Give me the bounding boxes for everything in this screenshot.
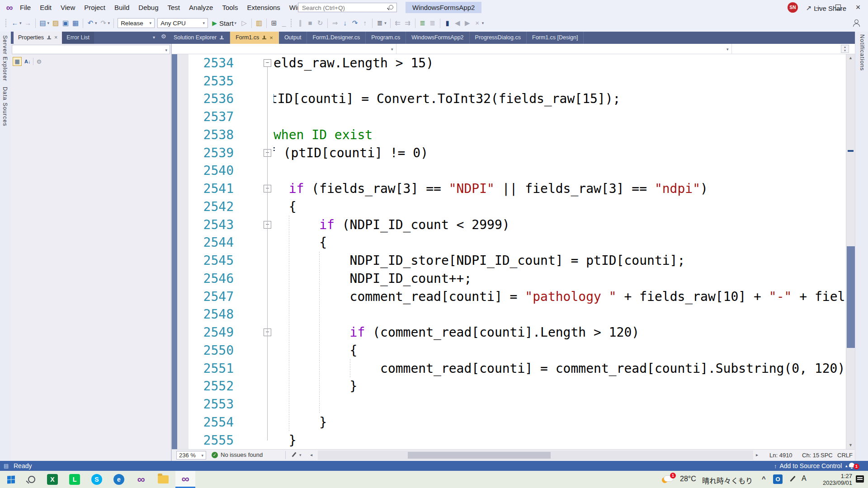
- step-over-button[interactable]: ↷: [350, 16, 360, 30]
- navigate-backward-button[interactable]: ←▾: [10, 16, 23, 30]
- taskbar-app-folder[interactable]: [153, 471, 173, 488]
- scroll-right-icon[interactable]: ▸: [756, 452, 758, 457]
- step-out-button[interactable]: ↑: [360, 16, 370, 30]
- menu-extensions[interactable]: Extensions: [242, 0, 284, 15]
- outlook-tray-icon[interactable]: O: [773, 474, 783, 484]
- scroll-left-icon[interactable]: ◂: [310, 452, 312, 457]
- stop-button[interactable]: ■: [305, 16, 315, 30]
- start-without-debugging-button[interactable]: ▷: [239, 16, 249, 30]
- redo-button[interactable]: ↷▾: [99, 16, 112, 30]
- tab-form1-cs[interactable]: Form1.cs×: [230, 32, 279, 44]
- gear-icon[interactable]: ⚙: [161, 33, 166, 40]
- taskbar-search-button[interactable]: [22, 471, 42, 488]
- side-tab-server-explorer[interactable]: Server Explorer: [2, 35, 8, 81]
- tab-progressdialog-cs[interactable]: ProgressDialog.cs: [470, 32, 527, 44]
- tab-windowsformsapp2[interactable]: WindowsFormsApp2: [406, 32, 469, 44]
- indent-button[interactable]: ⇉: [403, 16, 413, 30]
- navigation-bar[interactable]: ▾ ▾ ▴▾: [172, 44, 855, 54]
- menu-view[interactable]: View: [56, 0, 80, 15]
- side-tab-notifications[interactable]: Notifications: [859, 34, 865, 71]
- taskbar-clock[interactable]: 1:27 2023/09/01: [811, 473, 852, 486]
- uncomment-button[interactable]: ≣: [428, 16, 438, 30]
- scrollbar-thumb[interactable]: [408, 452, 551, 459]
- tab-form1-designer-cs[interactable]: Form1.Designer.cs: [307, 32, 366, 44]
- save-all-button[interactable]: ▦: [71, 16, 80, 30]
- menu-edit[interactable]: Edit: [35, 0, 56, 15]
- tab-form1-cs-design[interactable]: Form1.cs [Design]: [527, 32, 584, 44]
- tab-program-cs[interactable]: Program.cs: [366, 32, 406, 44]
- comment-out-button[interactable]: ≣: [418, 16, 428, 30]
- start-button[interactable]: [1, 471, 21, 488]
- taskbar-app-skype[interactable]: S: [87, 471, 107, 488]
- platform-select[interactable]: Any CPU▾: [157, 18, 208, 28]
- live-unit-testing-button[interactable]: ▥: [254, 16, 264, 30]
- weather-description[interactable]: 晴れ時々くもり: [702, 475, 753, 486]
- panel-tab-properties[interactable]: Properties×: [14, 32, 62, 44]
- code-editor[interactable]: 2534−elds_raw.Length > 15)25352536tID[co…: [172, 54, 846, 449]
- step-into-button[interactable]: ↓: [340, 16, 350, 30]
- side-tab-data-sources[interactable]: Data Sources: [2, 87, 8, 127]
- taskbar-app-visual-studio-active[interactable]: ∞: [175, 471, 195, 488]
- alphabetical-sort-button[interactable]: A↓: [24, 59, 30, 64]
- save-button[interactable]: ▣: [61, 16, 71, 30]
- unindent-button[interactable]: ⇇: [393, 16, 403, 30]
- next-bookmark-button[interactable]: ▶: [462, 16, 472, 30]
- pin-icon[interactable]: [262, 36, 267, 40]
- undo-button[interactable]: ↶▾: [85, 16, 99, 30]
- navigate-forward-button[interactable]: →: [23, 16, 33, 30]
- search-box[interactable]: [298, 3, 397, 12]
- categorized-view-button[interactable]: ▦: [13, 57, 22, 66]
- chevron-down-icon[interactable]: ▾: [299, 453, 302, 457]
- search-input[interactable]: [301, 4, 387, 12]
- health-indicator[interactable]: ✓ No issues found: [212, 451, 263, 458]
- code-cleanup-icon[interactable]: [291, 452, 297, 458]
- start-debugging-button[interactable]: ▶Start▾: [209, 19, 239, 27]
- menu-project[interactable]: Project: [80, 0, 110, 15]
- show-next-statement-button[interactable]: ⇒: [330, 16, 340, 30]
- close-icon[interactable]: ×: [269, 32, 273, 44]
- ime-mode-indicator[interactable]: A: [802, 474, 807, 483]
- show-hidden-icons-button[interactable]: ^: [762, 475, 766, 483]
- add-to-source-control-button[interactable]: ↑ Add to Source Control ▲: [774, 462, 848, 469]
- tab-output[interactable]: Output: [279, 32, 307, 44]
- splitter-handle[interactable]: ▴▾: [841, 45, 849, 53]
- taskbar-app-edge[interactable]: e: [109, 471, 129, 488]
- action-center-icon[interactable]: [856, 475, 864, 483]
- find-in-files-button[interactable]: ⊞: [269, 16, 279, 30]
- menu-file[interactable]: File: [15, 0, 35, 15]
- chevron-down-icon[interactable]: ▾: [726, 47, 729, 52]
- user-avatar[interactable]: SN: [788, 2, 798, 13]
- breakpoints-button[interactable]: ≣▾: [375, 16, 388, 30]
- close-button[interactable]: ×: [848, 0, 868, 15]
- taskbar-app-line[interactable]: L: [65, 471, 85, 488]
- pin-icon[interactable]: [47, 36, 52, 40]
- menu-test[interactable]: Test: [163, 0, 185, 15]
- menu-build[interactable]: Build: [110, 0, 134, 15]
- toggle-bookmark-button[interactable]: ▮: [443, 16, 453, 30]
- prev-bookmark-button[interactable]: ◀: [453, 16, 462, 30]
- panel-tab-error-list[interactable]: Error List: [62, 32, 94, 44]
- object-selector-combobox[interactable]: ▾: [12, 45, 170, 54]
- chevron-down-icon[interactable]: ▾: [153, 35, 155, 40]
- horizontal-scrollbar[interactable]: [318, 450, 753, 460]
- vertical-scrollbar[interactable]: ▲ ▼: [846, 54, 855, 449]
- clear-bookmarks-button[interactable]: ×▾: [472, 16, 486, 30]
- restart-button[interactable]: ↻: [315, 16, 325, 30]
- chevron-down-icon[interactable]: ▾: [391, 47, 393, 52]
- live-share-button[interactable]: ↗ Live Share: [806, 0, 846, 16]
- scroll-down-icon[interactable]: ▼: [846, 443, 855, 447]
- weather-temperature[interactable]: 28°C: [680, 475, 696, 483]
- menu-tools[interactable]: Tools: [217, 0, 242, 15]
- taskbar-app-excel[interactable]: X: [42, 471, 62, 488]
- scrollbar-thumb[interactable]: [847, 246, 855, 348]
- pause-button[interactable]: ∥: [295, 16, 305, 30]
- pen-tray-icon[interactable]: [789, 475, 796, 483]
- fold-toggle-icon[interactable]: −: [264, 59, 271, 67]
- scroll-up-icon[interactable]: ▲: [846, 56, 855, 60]
- menu-debug[interactable]: Debug: [134, 0, 163, 15]
- tab-solution-explorer[interactable]: Solution Explorer: [168, 32, 230, 44]
- add-collaborator-icon[interactable]: [853, 19, 860, 26]
- minimize-glyph-button[interactable]: _: [279, 16, 289, 30]
- taskbar-app-visual-studio[interactable]: ∞: [131, 471, 151, 488]
- close-icon[interactable]: ×: [54, 32, 57, 44]
